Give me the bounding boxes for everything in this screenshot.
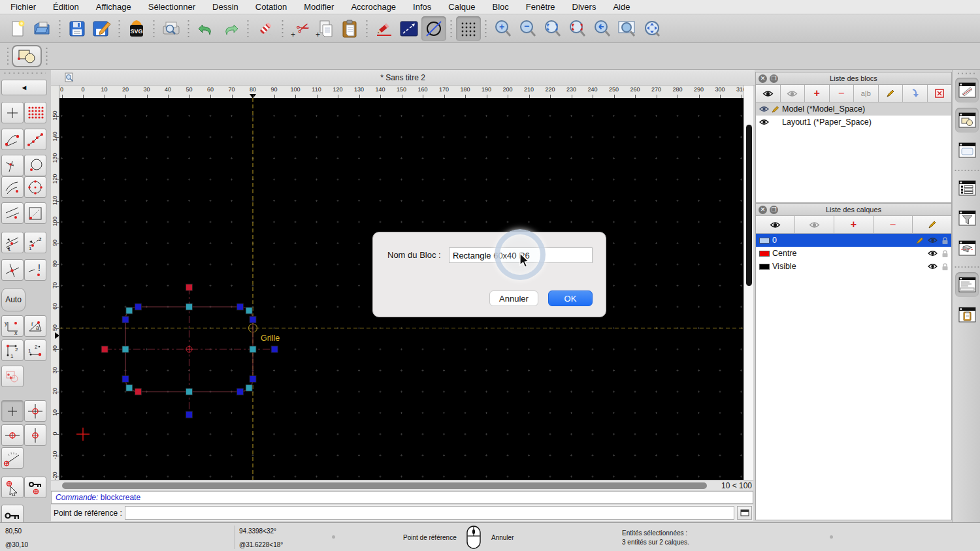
new-document-button[interactable]: [5, 16, 30, 41]
menu-item-fenetre[interactable]: Fenêtre: [526, 2, 555, 12]
selection-handle[interactable]: [135, 304, 142, 310]
menu-item-dessin[interactable]: Dessin: [212, 2, 238, 12]
tool-cartesian-coords[interactable]: y x: [1, 315, 24, 337]
toggle-entity-list[interactable]: [955, 176, 979, 200]
undo-button[interactable]: [193, 16, 218, 41]
pencil-icon[interactable]: [916, 236, 924, 244]
snap-center[interactable]: [24, 400, 46, 422]
menu-item-aide[interactable]: Aide: [613, 2, 630, 12]
tool-divide-2[interactable]: 1 2: [24, 232, 46, 253]
selection-handle[interactable]: [246, 307, 252, 314]
back-button[interactable]: ◄: [1, 80, 47, 95]
layer-row-0[interactable]: 0: [756, 234, 951, 247]
eye-icon[interactable]: [928, 250, 938, 257]
toggle-wall-tool[interactable]: [955, 236, 979, 260]
toggle-block-list[interactable]: [955, 108, 979, 133]
tool-rectangle-point[interactable]: [24, 202, 46, 224]
selection-handle[interactable]: [250, 346, 256, 353]
print-preview-button[interactable]: [159, 16, 184, 41]
selection-handle[interactable]: [126, 385, 133, 391]
create-block-button[interactable]: [12, 45, 42, 67]
detach-icon[interactable]: ❐: [770, 206, 778, 214]
selection-handle[interactable]: [237, 388, 244, 395]
snap-horizontal[interactable]: [1, 424, 24, 446]
selection-handle[interactable]: [271, 346, 278, 353]
menu-item-cotation[interactable]: Cotation: [255, 2, 287, 12]
selection-handle[interactable]: [135, 388, 142, 395]
tool-crosshair-plus[interactable]: [1, 102, 24, 123]
vertical-scrollbar[interactable]: [743, 86, 753, 480]
snap-auto-button[interactable]: Auto: [1, 288, 25, 311]
zoom-previous-button[interactable]: [590, 16, 615, 41]
remove-block-button[interactable]: −: [830, 85, 855, 102]
layer-visibility-button[interactable]: [756, 216, 795, 233]
block-row-layout1[interactable]: Layout1 (*Paper_Space): [756, 116, 951, 129]
add-layer-button[interactable]: +: [834, 216, 874, 233]
close-icon[interactable]: ✕: [759, 206, 767, 214]
delete-block-button[interactable]: [928, 85, 952, 102]
tool-polyline-points[interactable]: [24, 129, 46, 150]
zoom-in-button[interactable]: +: [491, 16, 515, 41]
grid-toggle[interactable]: [456, 16, 481, 41]
insert-block-button[interactable]: [903, 85, 928, 102]
ok-button[interactable]: OK: [548, 291, 593, 306]
remove-layer-button[interactable]: −: [874, 216, 913, 233]
menu-item-affichage[interactable]: Affichage: [96, 2, 131, 12]
selection-handle[interactable]: [126, 307, 133, 314]
rename-block-button[interactable]: a|b: [854, 85, 879, 102]
tool-block-ghost[interactable]: [1, 366, 24, 387]
menu-item-edition[interactable]: Édition: [53, 2, 79, 12]
edit-block-button[interactable]: [879, 85, 904, 102]
tool-parallel-lines[interactable]: [1, 202, 24, 224]
toggle-property-editor[interactable]: [955, 78, 979, 102]
save-as-button[interactable]: [90, 16, 114, 41]
snap-free[interactable]: [1, 400, 24, 422]
selection-handle[interactable]: [186, 411, 193, 418]
cut-button[interactable]: ✂ +: [287, 16, 312, 41]
toggle-selection-filter[interactable]: [955, 206, 979, 230]
vertical-scrollbar-thumb[interactable]: [746, 125, 752, 286]
tool-relative-corner[interactable]: 1 2: [1, 339, 24, 361]
command-input[interactable]: [125, 506, 734, 520]
selection-handle[interactable]: [122, 346, 129, 353]
tool-circle-quadrants[interactable]: [24, 176, 46, 198]
block-row-model[interactable]: Model (*Model_Space): [756, 102, 951, 116]
layer-row-visible[interactable]: Visible: [756, 260, 951, 273]
selection-handle[interactable]: [101, 346, 108, 353]
layer-row-centre[interactable]: Centre: [756, 247, 951, 260]
lock-icon[interactable]: [941, 262, 949, 271]
selection-handle[interactable]: [122, 317, 129, 323]
menu-item-divers[interactable]: Divers: [572, 2, 596, 12]
selection-handle[interactable]: [250, 376, 256, 383]
edit-layer-button[interactable]: [913, 216, 951, 233]
tool-intersection[interactable]: [1, 155, 24, 176]
menu-item-selectionner[interactable]: Sélectionner: [148, 2, 195, 12]
lock-relative-zero[interactable]: [24, 477, 46, 498]
zoom-auto-button[interactable]: [540, 16, 565, 41]
selection-handle[interactable]: [186, 284, 193, 291]
eye-icon[interactable]: [928, 263, 938, 270]
draft-mode-toggle[interactable]: [421, 16, 446, 41]
save-button[interactable]: [65, 16, 90, 41]
zoom-selection-button[interactable]: [565, 16, 590, 41]
tool-spline-endpoints[interactable]: [1, 129, 24, 150]
tool-arc-point[interactable]: [1, 176, 24, 198]
eye-icon[interactable]: [928, 237, 938, 244]
block-hide-button[interactable]: [781, 85, 806, 102]
tool-line-exclaim[interactable]: !: [24, 259, 46, 281]
selection-handle[interactable]: [186, 388, 193, 395]
block-visibility-button[interactable]: [756, 85, 781, 102]
tool-cross-snap[interactable]: [1, 259, 24, 281]
add-block-button[interactable]: +: [805, 85, 830, 102]
tool-point-grid[interactable]: [24, 102, 46, 123]
selection-handle[interactable]: [186, 304, 193, 310]
tool-circle-point[interactable]: [24, 155, 46, 176]
zoom-window-button[interactable]: [615, 16, 640, 41]
horizontal-scrollbar-thumb[interactable]: [62, 482, 707, 489]
tool-two-points[interactable]: 1 2: [24, 339, 46, 361]
selection-handle[interactable]: [246, 385, 252, 391]
selection-handle[interactable]: [250, 317, 256, 323]
tool-divide-1[interactable]: 1: [1, 232, 24, 253]
toggle-command-widget[interactable]: [955, 272, 979, 297]
pan-button[interactable]: [640, 16, 664, 41]
